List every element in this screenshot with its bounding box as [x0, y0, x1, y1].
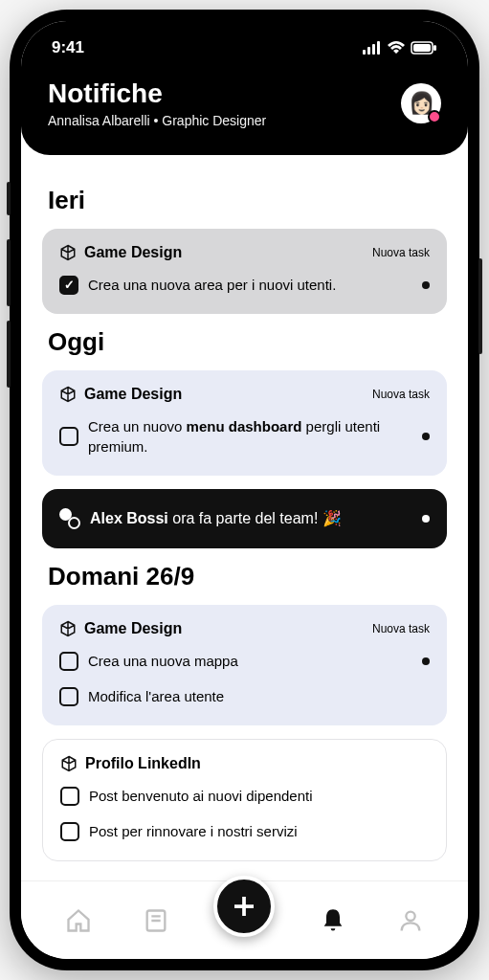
task-text: Crea una nuova area per i nuovi utenti. — [88, 275, 412, 295]
cube-icon — [59, 386, 77, 403]
card-title-label: Profilo LinkedIn — [85, 755, 201, 772]
battery-icon — [411, 41, 437, 55]
checkbox-icon[interactable] — [59, 687, 78, 706]
dot-icon — [422, 433, 430, 440]
card-tag: Nuova task — [372, 388, 430, 401]
task-row[interactable]: Post per rinnovare i nostri servizi — [60, 817, 429, 845]
dot-icon — [422, 281, 430, 289]
avatar[interactable]: 👩🏻 — [401, 83, 441, 123]
document-icon — [143, 907, 169, 934]
cube-icon — [60, 755, 78, 772]
checkbox-icon[interactable] — [59, 652, 78, 671]
user-icon — [397, 907, 424, 934]
signal-icon — [363, 41, 382, 55]
task-text: Post benvenuto ai nuovi dipendenti — [89, 786, 429, 806]
task-row[interactable]: Crea una nuova area per i nuovi utenti. — [59, 271, 430, 299]
team-icon — [59, 508, 80, 529]
checkbox-icon[interactable] — [59, 427, 78, 446]
nav-projects[interactable] — [137, 902, 175, 940]
svg-rect-1 — [367, 47, 370, 55]
card-ieri[interactable]: Game Design Nuova task Crea una nuova ar… — [42, 229, 447, 314]
svg-point-12 — [406, 911, 414, 920]
card-tag: Nuova task — [372, 246, 430, 259]
status-icons — [363, 41, 437, 55]
dot-icon — [422, 657, 430, 665]
bell-icon — [320, 907, 346, 934]
task-row[interactable]: Crea una nuova mappa — [59, 647, 430, 675]
nav-home[interactable] — [59, 902, 98, 940]
task-text: Crea una nuova mappa — [88, 651, 412, 671]
dot-icon — [422, 515, 430, 523]
task-row[interactable]: Post benvenuto ai nuovi dipendenti — [60, 782, 429, 810]
task-text: Post per rinnovare i nostri servizi — [89, 821, 429, 841]
nav-notifications[interactable] — [314, 902, 352, 940]
card-title-label: Game Design — [84, 386, 182, 403]
svg-rect-0 — [363, 50, 366, 55]
plus-icon — [230, 892, 258, 921]
section-title-domani: Domani 26/9 — [48, 562, 441, 591]
task-text: Modifica l'area utente — [88, 686, 430, 706]
task-text: Crea un nuovo menu dashboard pergli uten… — [88, 416, 412, 457]
task-row[interactable]: Crea un nuovo menu dashboard pergli uten… — [59, 412, 430, 460]
card-domani-2[interactable]: Profilo LinkedIn Post benvenuto ai nuovi… — [42, 739, 447, 861]
svg-rect-2 — [372, 44, 375, 55]
card-tag: Nuova task — [372, 622, 430, 635]
svg-rect-5 — [413, 44, 431, 52]
home-icon — [65, 907, 92, 934]
card-title-label: Game Design — [84, 244, 182, 261]
status-time: 9:41 — [52, 38, 84, 57]
svg-rect-3 — [377, 41, 380, 55]
section-title-ieri: Ieri — [48, 186, 441, 215]
page-subtitle: Annalisa Albarelli • Graphic Designer — [48, 113, 266, 128]
header: Notifiche Annalisa Albarelli • Graphic D… — [21, 63, 468, 155]
card-title-label: Game Design — [84, 620, 182, 637]
nav-profile[interactable] — [391, 902, 430, 940]
checkbox-icon[interactable] — [60, 787, 79, 806]
fab-add[interactable] — [213, 876, 275, 937]
card-domani-1[interactable]: Game Design Nuova task Crea una nuova ma… — [42, 605, 447, 725]
section-title-oggi: Oggi — [48, 327, 441, 357]
svg-rect-6 — [433, 45, 436, 51]
page-title: Notifiche — [48, 78, 266, 109]
wifi-icon — [388, 41, 405, 55]
checkbox-icon[interactable] — [59, 276, 78, 295]
cube-icon — [59, 620, 77, 637]
team-text: Alex Bossi ora fa parte del team! 🎉 — [90, 508, 412, 529]
content: Ieri Game Design Nuova task Crea una nuo… — [21, 155, 468, 959]
card-oggi-task[interactable]: Game Design Nuova task Crea un nuovo men… — [42, 370, 447, 476]
task-row[interactable]: Modifica l'area utente — [59, 682, 430, 710]
checkbox-icon[interactable] — [60, 822, 79, 841]
bottom-nav — [21, 880, 468, 959]
cube-icon — [59, 244, 77, 261]
card-oggi-team[interactable]: Alex Bossi ora fa parte del team! 🎉 — [42, 489, 447, 548]
